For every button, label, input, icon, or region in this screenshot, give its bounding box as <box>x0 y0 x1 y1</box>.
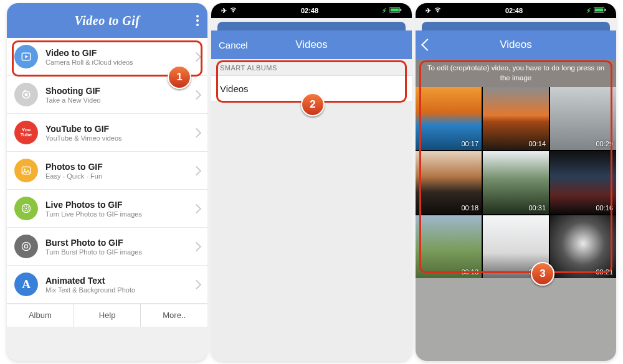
wifi-icon <box>434 7 442 14</box>
video-thumb-3[interactable]: 00:18 <box>416 151 482 214</box>
app-title: Video to Gif <box>14 14 200 28</box>
smart-albums-header: SMART ALBUMS <box>211 59 412 76</box>
chevron-right-icon <box>192 128 202 138</box>
chevron-right-icon <box>192 52 202 62</box>
screen-2: ✈︎ 02:48 ⚡︎ Cancel Videos SMART ALBUMS V… <box>211 3 412 361</box>
chevron-right-icon <box>192 166 202 175</box>
svg-point-10 <box>22 242 30 250</box>
screen2-title: Videos <box>250 39 373 51</box>
menu-text: Video to GIFCamera Roll & iCloud videos <box>45 48 193 66</box>
menu-title: Burst Photo to GIF <box>45 238 193 248</box>
menu-text: Live Photos to GIFTurn Live Photos to GI… <box>45 200 193 218</box>
svg-point-9 <box>26 208 27 210</box>
video-duration: 00:29 <box>596 140 613 147</box>
menu-subtitle: Turn Burst Photo to GIF images <box>45 248 193 256</box>
marker-1: 1 <box>168 65 191 89</box>
chevron-left-icon <box>421 39 434 51</box>
menu-subtitle: Mix Text & Background Photo <box>45 286 193 294</box>
menu-text: Photos to GIFEasy - Quick - Fun <box>45 162 193 180</box>
menu-subtitle: YouTube & Vimeo videos <box>45 134 193 142</box>
video-duration: 00:17 <box>461 140 478 147</box>
menu-text: Burst Photo to GIFTurn Burst Photo to GI… <box>45 238 193 256</box>
video-thumb-6[interactable]: 00:13 <box>416 215 482 278</box>
menu-icon <box>14 83 38 106</box>
svg-rect-17 <box>604 9 606 11</box>
menu-icon: YouTube <box>14 121 38 144</box>
menu-subtitle: Take a New Video <box>45 96 193 104</box>
screen3-title: Videos <box>454 39 578 51</box>
kebab-icon[interactable] <box>196 15 199 26</box>
menu-subtitle: Easy - Quick - Fun <box>45 172 193 180</box>
svg-rect-16 <box>595 9 603 12</box>
status-time: 02:48 <box>301 7 318 14</box>
menu-text: YouTube to GIFYouTube & Vimeo videos <box>45 124 193 142</box>
video-thumb-2[interactable]: 00:29 <box>550 87 616 150</box>
battery-icon <box>594 7 606 14</box>
menu-item-4[interactable]: Live Photos to GIFTurn Live Photos to GI… <box>7 190 207 228</box>
status-time: 02:48 <box>505 7 523 14</box>
cancel-button[interactable]: Cancel <box>219 40 250 50</box>
menu-title: Animated Text <box>45 276 193 286</box>
hint-banner: To edit (crop/rotate) video, you have to… <box>416 59 616 87</box>
menu-subtitle: Camera Roll & iCloud videos <box>45 58 193 66</box>
svg-rect-4 <box>24 90 26 92</box>
svg-point-6 <box>24 169 26 170</box>
video-thumb-5[interactable]: 00:16 <box>550 151 616 214</box>
charging-icon: ⚡︎ <box>586 7 591 15</box>
screen3-header: Videos <box>416 30 616 59</box>
menu-item-3[interactable]: Photos to GIFEasy - Quick - Fun <box>7 152 207 190</box>
menu-icon <box>14 235 38 258</box>
menu-title: YouTube to GIF <box>45 124 193 134</box>
menu-icon: A <box>14 273 38 296</box>
battery-icon <box>389 7 402 14</box>
menu-title: Photos to GIF <box>45 162 193 172</box>
menu-title: Video to GIF <box>45 48 193 58</box>
chevron-right-icon <box>192 90 202 100</box>
menu-subtitle: Turn Live Photos to GIF images <box>45 210 193 218</box>
screen-1: Video to Gif Video to GIFCamera Roll & i… <box>7 3 207 361</box>
menu-item-6[interactable]: AAnimated TextMix Text & Background Phot… <box>7 266 207 304</box>
video-thumb-1[interactable]: 00:14 <box>483 87 549 150</box>
chevron-right-icon <box>192 241 202 251</box>
screen3-empty <box>416 278 616 361</box>
back-button[interactable] <box>423 40 454 49</box>
video-thumb-8[interactable]: 00:21 <box>550 215 616 278</box>
menu-title: Live Photos to GIF <box>45 200 193 210</box>
menu-icon <box>14 159 38 182</box>
airplane-icon: ✈︎ <box>221 7 227 15</box>
video-duration: 00:18 <box>461 204 478 212</box>
video-duration: 00:14 <box>528 140 546 147</box>
tab-more[interactable]: More.. <box>141 304 207 327</box>
video-duration: 00:16 <box>596 204 613 212</box>
screen2-header: Cancel Videos <box>211 30 412 59</box>
airplane-icon: ✈︎ <box>426 7 431 15</box>
status-bar: ✈︎ 02:48 ⚡︎ <box>211 3 412 18</box>
video-duration: 00:13 <box>461 268 478 276</box>
status-bar: ✈︎ 02:48 ⚡︎ <box>416 3 616 18</box>
svg-point-3 <box>25 93 28 96</box>
svg-rect-14 <box>400 9 401 11</box>
chevron-right-icon <box>192 279 202 289</box>
video-thumb-4[interactable]: 00:31 <box>483 151 549 214</box>
menu-icon <box>14 45 38 68</box>
svg-rect-11 <box>25 245 28 248</box>
menu-item-5[interactable]: Burst Photo to GIFTurn Burst Photo to GI… <box>7 228 207 266</box>
svg-marker-1 <box>25 55 28 58</box>
tab-help[interactable]: Help <box>74 304 141 327</box>
screen-3: ✈︎ 02:48 ⚡︎ Videos To edit (crop/rotate)… <box>416 3 616 361</box>
tab-album[interactable]: Album <box>7 304 74 327</box>
menu-icon <box>14 197 38 220</box>
marker-3: 3 <box>531 262 554 286</box>
menu-text: Shooting GIFTake a New Video <box>45 86 193 104</box>
wifi-icon <box>229 7 237 14</box>
bottom-tabs: Album Help More.. <box>7 304 207 327</box>
menu-item-2[interactable]: YouTubeYouTube to GIFYouTube & Vimeo vid… <box>7 114 207 152</box>
svg-rect-13 <box>391 9 399 12</box>
app-header: Video to Gif <box>7 3 207 38</box>
video-grid: 00:1700:1400:2900:1800:3100:1600:1300:17… <box>416 87 616 278</box>
video-duration: 00:21 <box>596 268 613 276</box>
menu-title: Shooting GIF <box>45 86 193 96</box>
marker-2: 2 <box>301 93 325 116</box>
charging-icon: ⚡︎ <box>382 7 387 15</box>
video-thumb-0[interactable]: 00:17 <box>416 87 482 150</box>
